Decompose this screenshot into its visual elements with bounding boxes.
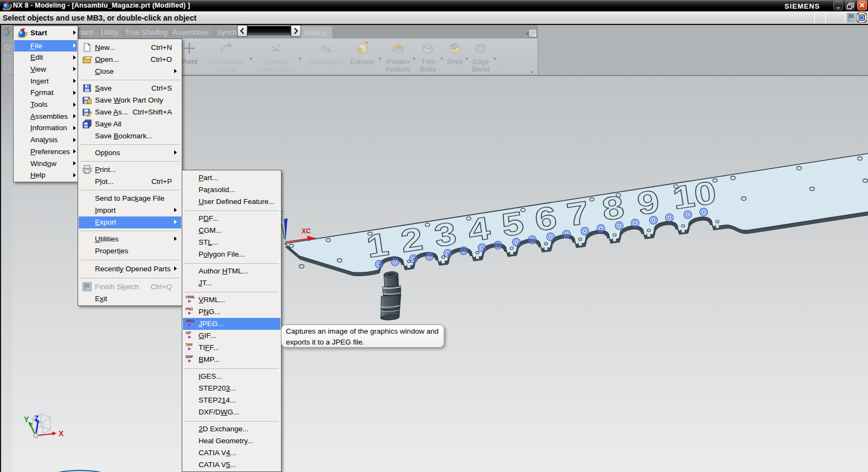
svg-text:XC: XC bbox=[302, 227, 311, 235]
svg-text:Z: Z bbox=[34, 414, 39, 423]
svg-text:10: 10 bbox=[670, 174, 718, 216]
svg-text:Y: Y bbox=[24, 415, 29, 424]
svg-text:X: X bbox=[59, 429, 64, 438]
